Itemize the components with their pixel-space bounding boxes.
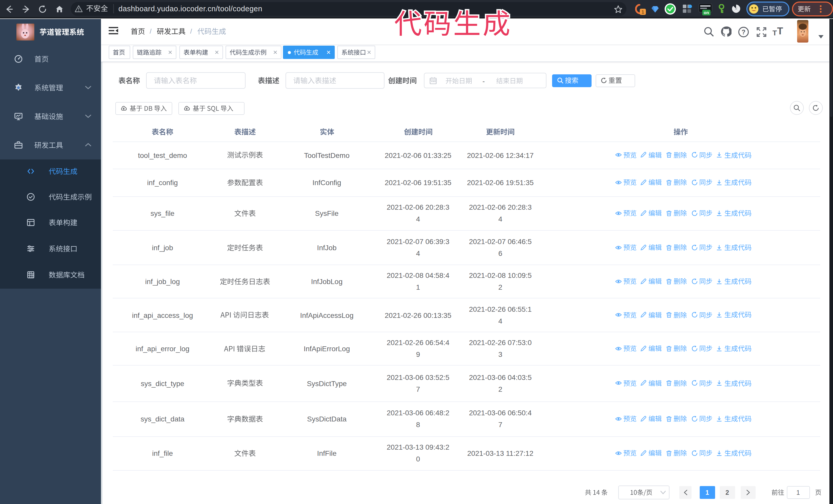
svg-text:on: on <box>704 10 709 15</box>
svg-text:1: 1 <box>642 9 644 15</box>
svg-text:?: ? <box>741 28 745 35</box>
